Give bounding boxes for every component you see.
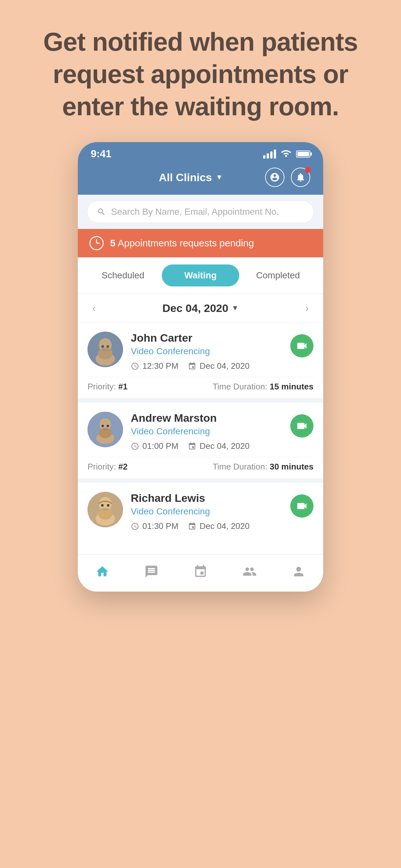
svg-rect-5: [98, 350, 112, 354]
bell-icon: [296, 172, 306, 182]
home-icon: [95, 564, 110, 579]
patient-info-2: Richard Lewis Video Conferencing 01:30 P…: [131, 492, 282, 531]
patient-time-2: 01:30 PM: [131, 521, 178, 531]
svg-point-0: [285, 155, 287, 157]
patient-time-value-0: 12:30 PM: [143, 361, 178, 371]
priority-label-0: Priority: #1: [88, 382, 127, 392]
duration-value-0: 15 minutes: [270, 382, 313, 392]
svg-point-13: [107, 425, 109, 427]
video-call-button-0[interactable]: [290, 334, 313, 358]
patient-type-0: Video Conferencing: [131, 346, 282, 356]
search-placeholder: Search By Name, Email, Appointment No.: [111, 207, 279, 217]
time-icon-1: [131, 442, 139, 451]
patient-card-2[interactable]: Richard Lewis Video Conferencing 01:30 P…: [78, 483, 323, 550]
date-next-button[interactable]: ›: [301, 302, 313, 314]
status-time: 9:41: [91, 148, 112, 160]
clinic-dropdown-arrow: ▼: [216, 173, 223, 182]
avatar-initials-2: [88, 492, 123, 527]
pending-text: 5 Appointments requests pending: [110, 238, 254, 249]
patient-avatar-0: [88, 332, 123, 367]
priority-value-0: #1: [118, 382, 127, 392]
video-call-button-2[interactable]: [290, 494, 313, 518]
priority-label-1: Priority: #2: [88, 462, 127, 472]
calendar-nav-icon: [193, 564, 208, 579]
nav-item-team[interactable]: [233, 561, 266, 582]
patient-card-1[interactable]: Andrew Marston Video Conferencing 01:00 …: [78, 403, 323, 478]
current-date[interactable]: Dec 04, 2020 ▼: [162, 302, 239, 314]
date-label: Dec 04, 2020: [162, 302, 228, 314]
patient-card-top-1: Andrew Marston Video Conferencing 01:00 …: [88, 412, 313, 451]
patient-meta-0: 12:30 PM Dec 04, 2020: [131, 361, 282, 371]
patient-card-0[interactable]: John Carter Video Conferencing 12:30 PM: [78, 322, 323, 398]
tab-scheduled[interactable]: Scheduled: [84, 265, 162, 286]
avatar-initials-0: [88, 332, 123, 367]
patient-card-footer-1: Priority: #2 Time Duration: 30 minutes: [88, 457, 313, 472]
nav-item-calendar[interactable]: [184, 561, 217, 582]
date-navigation: ‹ Dec 04, 2020 ▼ ›: [78, 294, 323, 322]
bottom-navigation: [78, 554, 323, 592]
search-bar[interactable]: Search By Name, Email, Appointment No.: [87, 200, 314, 223]
page-wrapper: Get notified when patients request appoi…: [0, 0, 401, 868]
patient-meta-1: 01:00 PM Dec 04, 2020: [131, 441, 282, 451]
patient-name-2: Richard Lewis: [131, 492, 282, 504]
patient-card-top-2: Richard Lewis Video Conferencing 01:30 P…: [88, 492, 313, 531]
date-dropdown-arrow: ▼: [232, 304, 239, 312]
video-icon-1: [296, 420, 308, 432]
patient-info-0: John Carter Video Conferencing 12:30 PM: [131, 332, 282, 371]
battery-level: [297, 152, 309, 156]
patient-date-value-0: Dec 04, 2020: [199, 361, 250, 371]
calendar-icon-2: [188, 522, 196, 531]
profile-icon-button[interactable]: [265, 167, 284, 187]
tab-waiting[interactable]: Waiting: [162, 265, 239, 286]
calendar-icon-0: [188, 362, 196, 370]
patient-time-0: 12:30 PM: [131, 361, 178, 371]
hero-heading: Get notified when patients request appoi…: [32, 26, 369, 123]
calendar-nav-svg: [193, 564, 208, 579]
pending-description: Appointments requests pending: [118, 238, 254, 248]
patient-name-1: Andrew Marston: [131, 412, 282, 424]
team-icon: [243, 564, 257, 579]
patient-date-2: Dec 04, 2020: [188, 521, 250, 531]
pending-count: 5: [110, 238, 116, 248]
search-icon: [97, 207, 106, 216]
patient-card-footer-0: Priority: #1 Time Duration: 15 minutes: [88, 377, 313, 392]
time-icon-0: [131, 362, 139, 370]
tab-bar: Scheduled Waiting Completed: [78, 257, 323, 294]
notification-icon-button[interactable]: [291, 167, 310, 187]
nav-item-messages[interactable]: [135, 561, 168, 582]
team-nav-icon: [243, 564, 257, 579]
user-circle-icon: [270, 172, 280, 182]
video-call-button-1[interactable]: [290, 414, 313, 438]
clinic-name: All Clinics: [159, 171, 212, 184]
svg-point-12: [102, 425, 104, 427]
messages-icon: [144, 564, 158, 579]
pending-banner: 5 Appointments requests pending: [78, 229, 323, 257]
patient-type-1: Video Conferencing: [131, 426, 282, 437]
battery-icon: [296, 151, 310, 158]
app-header: All Clinics ▼: [78, 163, 323, 195]
tab-completed[interactable]: Completed: [239, 265, 317, 286]
duration-label-0: Time Duration: 15 minutes: [212, 382, 313, 392]
search-container: Search By Name, Email, Appointment No.: [78, 195, 323, 229]
patient-time-value-1: 01:00 PM: [143, 441, 178, 451]
profile-nav-icon: [291, 564, 306, 579]
patient-avatar-1: [88, 412, 123, 447]
status-icons: [263, 148, 310, 159]
patient-avatar-2: [88, 492, 123, 527]
svg-point-6: [101, 345, 104, 348]
duration-label-1: Time Duration: 30 minutes: [212, 462, 313, 472]
clinic-selector[interactable]: All Clinics ▼: [159, 171, 223, 184]
patient-time-value-2: 01:30 PM: [143, 521, 178, 531]
svg-point-7: [106, 345, 109, 348]
nav-item-home[interactable]: [86, 561, 119, 582]
patient-date-value-2: Dec 04, 2020: [199, 521, 250, 531]
patient-meta-2: 01:30 PM Dec 04, 2020: [131, 521, 282, 531]
date-prev-button[interactable]: ‹: [88, 302, 100, 314]
phone-mockup: 9:41 All Cl: [78, 142, 323, 592]
messages-nav-icon: [144, 564, 158, 579]
nav-item-profile[interactable]: [282, 561, 315, 582]
video-icon-0: [296, 340, 308, 352]
hero-section: Get notified when patients request appoi…: [0, 0, 401, 142]
profile-icon: [291, 564, 306, 579]
duration-value-1: 30 minutes: [270, 462, 313, 471]
